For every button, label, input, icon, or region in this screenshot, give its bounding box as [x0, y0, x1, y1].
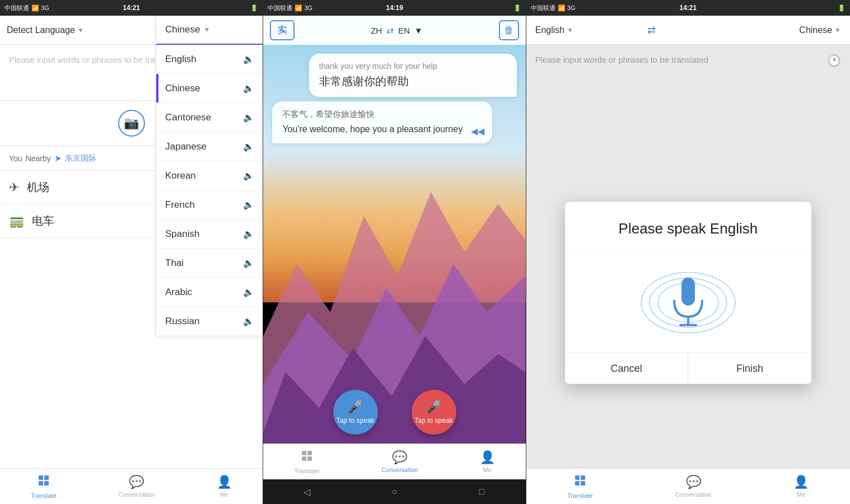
- carrier-3: 中国联通: [531, 4, 555, 12]
- nav-me-label-1: Me: [220, 491, 228, 498]
- delete-icon: 🗑: [504, 25, 514, 36]
- speak-icon-left-bubble[interactable]: ◀◀: [471, 126, 484, 137]
- speaker-icon-chinese: 🔈: [243, 83, 254, 94]
- status-right-1: 🔋: [250, 4, 258, 12]
- dropdown-item-english[interactable]: English 🔈: [156, 45, 263, 74]
- speaker-icon-english: 🔈: [243, 54, 254, 64]
- history-icon[interactable]: 🕐: [827, 54, 841, 67]
- train-icon: 🚃: [9, 214, 24, 228]
- dropdown-item-cantonese[interactable]: Cantonese 🔈: [156, 103, 263, 132]
- dropdown-header[interactable]: Chinese ▼: [156, 16, 263, 45]
- dropdown-item-russian[interactable]: Russian 🔈: [156, 307, 263, 336]
- nav-conversation-2[interactable]: 💬 Conversation: [381, 450, 418, 473]
- lang-korean-label: Korean: [165, 170, 196, 181]
- conv-en-dropdown-arrow[interactable]: ▼: [414, 26, 423, 35]
- bottom-nav-2: Translate 💬 Conversation 👤 Me: [263, 444, 525, 479]
- nav-translate-1[interactable]: Translate: [31, 474, 56, 499]
- you-label: You: [9, 154, 22, 163]
- nav-translate-3[interactable]: Translate: [567, 474, 592, 499]
- svg-rect-3: [44, 481, 49, 486]
- nav-conversation-label-1: Conversation: [118, 491, 155, 498]
- msg-chinese-top: 不客气，希望你旅途愉快: [282, 109, 482, 120]
- nav-conversation-1[interactable]: 💬 Conversation: [118, 475, 155, 498]
- language-dropdown: Chinese ▼ English 🔈 Chinese 🔈 Cantonese …: [156, 16, 263, 336]
- lang-selector-chinese[interactable]: Chinese ▼: [799, 25, 841, 35]
- svg-rect-9: [307, 451, 312, 455]
- lang-french-label: French: [165, 199, 195, 211]
- dropdown-item-chinese[interactable]: Chinese 🔈: [156, 74, 263, 103]
- lang-arabic-label: Arabic: [165, 287, 192, 298]
- conv-speak-buttons: 🎤 Tap to speak 🎤 Tap to speak: [263, 379, 525, 444]
- status-bar-2: 中国联通 📶 3G 14:19 🔋: [263, 0, 525, 16]
- nearby-arrow-icon: ➤: [54, 153, 62, 164]
- msg-chinese-content: 非常感谢你的帮助: [319, 74, 409, 89]
- dropdown-item-french[interactable]: French 🔈: [156, 190, 263, 220]
- conversation-nav-icon-2: 💬: [392, 450, 407, 465]
- cancel-button[interactable]: Cancel: [565, 353, 689, 384]
- carrier-1: 中国联通: [4, 4, 29, 12]
- selected-indicator: [156, 74, 158, 102]
- lang-chinese-label: Chinese: [165, 83, 200, 94]
- swap-icon-3[interactable]: ⇄: [647, 24, 656, 36]
- status-bar-1: 中国联通 📶 3G 14:21 🔋: [0, 0, 263, 16]
- msg-chinese-text: 非常感谢你的帮助: [319, 74, 507, 89]
- tap-speak-right[interactable]: 🎤 Tap to speak: [412, 390, 456, 435]
- conv-messages: thank you very much for your help 非常感谢你的…: [263, 45, 525, 379]
- microphone-svg: [666, 275, 711, 331]
- me-nav-icon-2: 👤: [480, 450, 495, 465]
- voice-dialog-mic-area: [565, 251, 811, 352]
- svg-rect-11: [307, 456, 312, 461]
- train-label: 电车: [32, 213, 54, 228]
- dropdown-item-arabic[interactable]: Arabic 🔈: [156, 278, 263, 307]
- panel-conversation: 中国联通 📶 3G 14:19 🔋 实 ZH ⇄ EN ▼: [263, 0, 525, 504]
- lang-russian-label: Russian: [165, 316, 199, 327]
- dropdown-item-spanish[interactable]: Spanish 🔈: [156, 220, 263, 249]
- tap-speak-label-right: Tap to speak: [415, 417, 453, 424]
- lang-selector-english[interactable]: English ▼: [535, 25, 573, 35]
- voice-dialog-actions: Cancel Finish: [565, 352, 811, 384]
- status-left-2: 中国联通 📶 3G: [268, 4, 312, 12]
- dropdown-item-korean[interactable]: Korean 🔈: [156, 161, 263, 190]
- dropdown-item-japanese[interactable]: Japanese 🔈: [156, 132, 263, 161]
- nav-conversation-3[interactable]: 💬 Conversation: [675, 475, 712, 498]
- svg-rect-2: [39, 481, 43, 486]
- lang-english-label: English: [165, 54, 197, 65]
- android-nav-bar: ◁ ○ □: [263, 479, 525, 504]
- conv-lang-label-zh: 实: [278, 25, 287, 36]
- speaker-icon-spanish: 🔈: [243, 228, 254, 239]
- conversation-nav-icon-1: 💬: [129, 475, 144, 489]
- conv-lang-btn-zh[interactable]: 实: [270, 20, 295, 40]
- battery-2: 🔋: [513, 4, 521, 12]
- delete-button[interactable]: 🗑: [499, 20, 519, 40]
- detect-lang-selector[interactable]: Detect Language ▼: [7, 25, 84, 35]
- status-bar-3: 中国联通 📶 3G 14:21 🔋: [526, 0, 850, 16]
- android-recent-btn[interactable]: □: [474, 484, 490, 500]
- status-time-1: 14:21: [123, 4, 140, 12]
- finish-button[interactable]: Finish: [688, 353, 811, 384]
- nav-conversation-label-3: Conversation: [675, 491, 712, 498]
- lang-chinese-label-3: Chinese: [799, 25, 832, 35]
- dropdown-item-thai[interactable]: Thai 🔈: [156, 249, 263, 278]
- cancel-label: Cancel: [611, 362, 642, 374]
- nav-me-3[interactable]: 👤 Me: [793, 475, 809, 498]
- nearby-place: 东京国际: [65, 153, 96, 164]
- status-right-3: 🔋: [838, 4, 846, 12]
- dropdown-selected-label: Chinese: [165, 24, 200, 35]
- speaker-icon-arabic: 🔈: [243, 287, 254, 297]
- nav-me-1[interactable]: 👤 Me: [217, 475, 232, 498]
- tap-speak-left[interactable]: 🎤 Tap to speak: [333, 390, 378, 435]
- lang-japanese-label: Japanese: [165, 141, 207, 152]
- status-right-2: 🔋: [513, 4, 521, 12]
- conv-swap-icon[interactable]: ⇄: [386, 25, 394, 36]
- camera-button[interactable]: 📷: [118, 110, 145, 137]
- voice-dialog: Please speak English: [565, 202, 811, 384]
- translate-nav-icon-3: [573, 474, 587, 491]
- lang-english-label-3: English: [535, 25, 564, 35]
- nav-me-2[interactable]: 👤 Me: [480, 450, 495, 473]
- nav-translate-2[interactable]: Translate: [295, 449, 320, 474]
- android-back-btn[interactable]: ◁: [299, 484, 315, 500]
- lang-chinese-arrow-3: ▼: [834, 26, 841, 34]
- conv-header: 实 ZH ⇄ EN ▼ 🗑: [263, 16, 525, 45]
- detect-lang-arrow: ▼: [77, 26, 84, 34]
- android-home-btn[interactable]: ○: [387, 484, 403, 500]
